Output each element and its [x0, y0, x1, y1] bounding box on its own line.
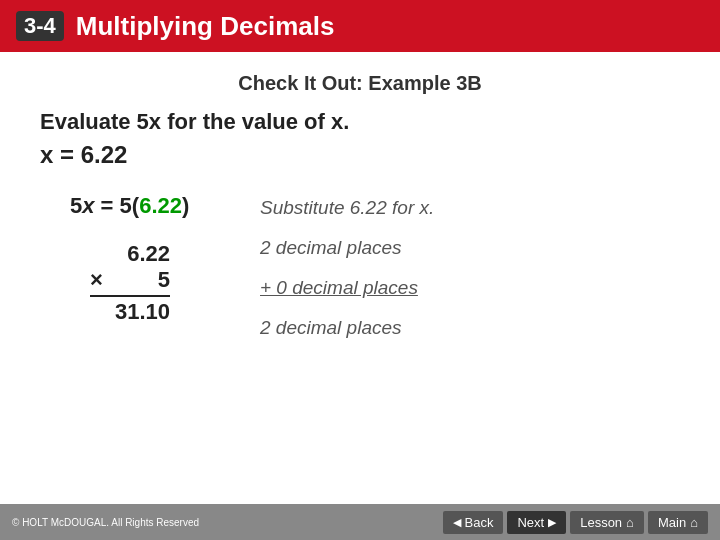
right-column: Substitute 6.22 for x. 2 decimal places …	[260, 193, 434, 339]
next-arrow-icon: ▶	[548, 516, 556, 529]
math-area: 5x = 5(6.22) 6.22 × 5 31.10 Substitute 6…	[70, 193, 680, 339]
annotation-line4: 2 decimal places	[260, 317, 434, 339]
left-column: 5x = 5(6.22) 6.22 × 5 31.10	[70, 193, 230, 325]
back-button[interactable]: ◀ Back	[443, 511, 504, 534]
next-button[interactable]: Next ▶	[507, 511, 566, 534]
back-arrow-icon: ◀	[453, 516, 461, 529]
lesson-badge: 3-4	[16, 11, 64, 41]
lesson-button[interactable]: Lesson ⌂	[570, 511, 644, 534]
main-content: Check It Out: Example 3B Evaluate 5x for…	[0, 52, 720, 359]
check-it-out-label: Check It Out: Example 3B	[40, 72, 680, 95]
main-button[interactable]: Main ⌂	[648, 511, 708, 534]
mult-top: 6.22	[90, 241, 170, 267]
mult-symbol: ×	[90, 267, 103, 293]
x-value: x = 6.22	[40, 141, 680, 169]
evaluate-text: Evaluate 5x for the value of x.	[40, 109, 680, 135]
annotation-line3: + 0 decimal places	[260, 277, 434, 299]
next-label: Next	[517, 515, 544, 530]
underline-divider	[90, 295, 170, 297]
footer: © HOLT McDOUGAL. All Rights Reserved ◀ B…	[0, 504, 720, 540]
main-label: Main	[658, 515, 686, 530]
header: 3-4 Multiplying Decimals	[0, 0, 720, 52]
header-title: Multiplying Decimals	[76, 11, 335, 42]
highlighted-value: 6.22	[139, 193, 182, 218]
mult-number: 5	[107, 267, 170, 293]
lesson-label: Lesson	[580, 515, 622, 530]
multiplication-block: 6.22 × 5 31.10	[90, 241, 170, 325]
equation-suffix: )	[182, 193, 189, 218]
lesson-icon: ⌂	[626, 515, 634, 530]
back-label: Back	[465, 515, 494, 530]
equation-prefix: 5x = 5(	[70, 193, 139, 218]
mult-result: 31.10	[90, 299, 170, 325]
annotation-line2: 2 decimal places	[260, 237, 434, 259]
footer-buttons: ◀ Back Next ▶ Lesson ⌂ Main ⌂	[443, 511, 708, 534]
annotation-line1: Substitute 6.22 for x.	[260, 197, 434, 219]
main-icon: ⌂	[690, 515, 698, 530]
mult-x-row: × 5	[90, 267, 170, 293]
equation-line1: 5x = 5(6.22)	[70, 193, 189, 219]
copyright: © HOLT McDOUGAL. All Rights Reserved	[12, 517, 199, 528]
